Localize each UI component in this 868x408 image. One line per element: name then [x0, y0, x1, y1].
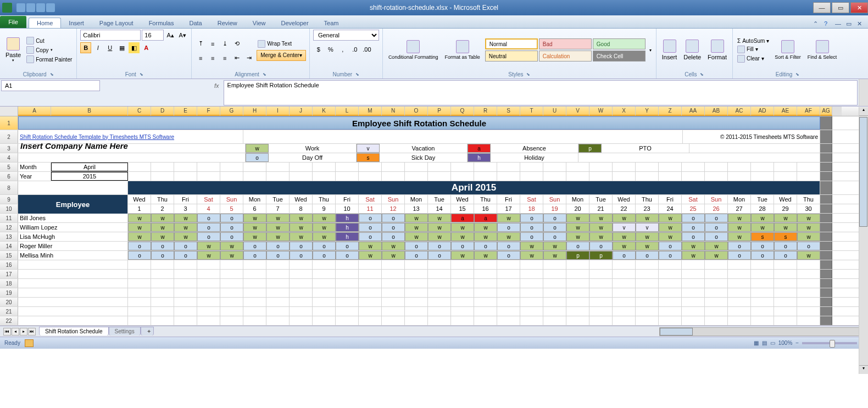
shift-2-19[interactable]: w: [566, 232, 589, 241]
day-header-28[interactable]: Tue: [751, 195, 774, 204]
window-restore-icon[interactable]: ▭: [846, 20, 854, 28]
day-header-4[interactable]: Sat: [197, 195, 220, 204]
shift-1-15[interactable]: w: [474, 223, 497, 232]
shift-3-24[interactable]: w: [682, 242, 705, 250]
inc-indent-button[interactable]: ⇥: [243, 53, 254, 64]
clear-button[interactable]: Clear ▾: [736, 54, 770, 63]
employee-3[interactable]: Roger Miller: [18, 242, 128, 250]
shift-1-26[interactable]: w: [728, 223, 751, 232]
align-mid-button[interactable]: ≡: [207, 38, 218, 49]
col-header-Z[interactable]: Z: [659, 107, 682, 116]
day-header-17[interactable]: Fri: [497, 195, 520, 204]
shift-0-19[interactable]: w: [566, 214, 589, 222]
shift-0-18[interactable]: o: [543, 214, 566, 222]
shift-4-9[interactable]: o: [336, 251, 359, 260]
row-header-16[interactable]: 16: [0, 260, 18, 269]
shift-4-25[interactable]: w: [705, 251, 728, 260]
col-header-R[interactable]: R: [474, 107, 497, 116]
shift-0-24[interactable]: o: [682, 214, 705, 222]
row-header-14[interactable]: 14: [0, 242, 18, 250]
shift-4-23[interactable]: o: [659, 251, 682, 260]
align-center-button[interactable]: ≡: [207, 53, 218, 64]
day-num-6[interactable]: 6: [243, 204, 266, 213]
shift-4-4[interactable]: w: [220, 251, 243, 260]
shift-2-9[interactable]: h: [336, 232, 359, 241]
shift-3-7[interactable]: o: [290, 242, 313, 250]
day-header-21[interactable]: Tue: [589, 195, 613, 204]
dec-indent-button[interactable]: ⇤: [231, 53, 242, 64]
shift-0-2[interactable]: w: [174, 214, 197, 222]
day-num-3[interactable]: 3: [174, 204, 197, 213]
shift-1-12[interactable]: w: [405, 223, 428, 232]
row-header-15[interactable]: 15: [0, 251, 18, 260]
shift-4-12[interactable]: o: [405, 251, 428, 260]
day-num-8[interactable]: 8: [290, 204, 313, 213]
format-painter-button[interactable]: Format Painter: [25, 55, 73, 64]
day-header-2[interactable]: Thu: [151, 195, 174, 204]
legend-a[interactable]: a: [468, 144, 491, 153]
quick-access-toolbar[interactable]: [16, 3, 55, 12]
shift-4-26[interactable]: o: [728, 251, 751, 260]
shift-3-21[interactable]: w: [613, 242, 636, 250]
shift-3-13[interactable]: o: [428, 242, 451, 250]
italic-button[interactable]: I: [92, 42, 103, 53]
shift-1-10[interactable]: o: [359, 223, 382, 232]
orientation-button[interactable]: ⟲: [231, 38, 242, 49]
conditional-fmt-button[interactable]: Conditional Formatting: [386, 32, 441, 68]
grow-font-button[interactable]: A▴: [165, 30, 176, 41]
shift-0-1[interactable]: w: [151, 214, 174, 222]
format-cells-button[interactable]: Format: [705, 32, 729, 68]
align-top-button[interactable]: ⤒: [195, 38, 206, 49]
day-num-20[interactable]: 20: [566, 204, 589, 213]
col-header-AA[interactable]: AA: [682, 107, 705, 116]
col-header-AG[interactable]: AG: [820, 107, 832, 116]
shift-4-18[interactable]: w: [543, 251, 566, 260]
percent-button[interactable]: %: [325, 44, 336, 55]
day-num-13[interactable]: 13: [405, 204, 428, 213]
inc-decimal-button[interactable]: .0: [349, 44, 360, 55]
shift-4-22[interactable]: o: [636, 251, 659, 260]
shift-0-12[interactable]: w: [405, 214, 428, 222]
format-table-button[interactable]: Format as Table: [442, 32, 482, 68]
employee-4[interactable]: Mellisa Minh: [18, 251, 128, 260]
shift-3-15[interactable]: o: [474, 242, 497, 250]
shift-1-0[interactable]: w: [128, 223, 151, 232]
align-left-button[interactable]: ≡: [195, 53, 206, 64]
shift-3-22[interactable]: w: [636, 242, 659, 250]
merge-center-button[interactable]: Merge & Center ▾: [257, 50, 306, 61]
legend-p[interactable]: p: [578, 144, 602, 153]
day-header-23[interactable]: Thu: [636, 195, 659, 204]
view-pagelayout-icon[interactable]: ▤: [762, 340, 767, 346]
shift-0-22[interactable]: w: [636, 214, 659, 222]
legend-s[interactable]: s: [357, 153, 380, 162]
day-header-1[interactable]: Wed: [128, 195, 151, 204]
title-cell[interactable]: Employee Shift Rotation Schedule: [18, 116, 820, 130]
shift-2-3[interactable]: o: [197, 232, 220, 241]
zoom-level[interactable]: 100%: [778, 340, 793, 346]
day-num-25[interactable]: 25: [682, 204, 705, 213]
day-header-14[interactable]: Tue: [428, 195, 451, 204]
shift-1-18[interactable]: o: [543, 223, 566, 232]
col-header-S[interactable]: S: [497, 107, 520, 116]
day-num-19[interactable]: 19: [543, 204, 566, 213]
shift-1-6[interactable]: w: [266, 223, 290, 232]
tab-formulas[interactable]: Formulas: [141, 18, 182, 28]
row-header-6[interactable]: 6: [0, 172, 18, 181]
legend-label-w[interactable]: Work: [269, 144, 357, 153]
shift-2-7[interactable]: w: [290, 232, 313, 241]
row-header-10[interactable]: 10: [0, 204, 18, 213]
shift-2-1[interactable]: w: [151, 232, 174, 241]
sheet-tab-settings[interactable]: Settings: [109, 327, 141, 336]
shift-4-6[interactable]: o: [266, 251, 290, 260]
shift-2-10[interactable]: o: [359, 232, 382, 241]
shift-2-4[interactable]: o: [220, 232, 243, 241]
shift-4-29[interactable]: w: [797, 251, 820, 260]
shift-3-29[interactable]: o: [797, 242, 820, 250]
hscrollbar[interactable]: [659, 327, 868, 336]
shift-0-7[interactable]: w: [290, 214, 313, 222]
row-header-3[interactable]: 3: [0, 144, 18, 153]
row-header-20[interactable]: 20: [0, 298, 18, 306]
shift-2-29[interactable]: w: [797, 232, 820, 241]
row-header-22[interactable]: 22: [0, 316, 18, 325]
employee-header[interactable]: Employee: [18, 195, 128, 214]
